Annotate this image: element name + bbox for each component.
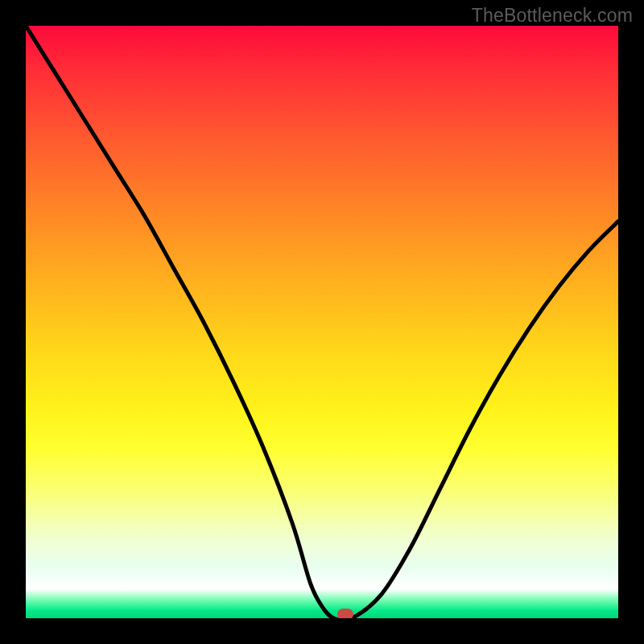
chart-frame: TheBottleneck.com: [0, 0, 644, 644]
plot-area: [26, 26, 618, 618]
optimal-point-marker: [337, 609, 353, 618]
bottleneck-curve: [26, 26, 618, 618]
watermark-text: TheBottleneck.com: [472, 5, 633, 27]
